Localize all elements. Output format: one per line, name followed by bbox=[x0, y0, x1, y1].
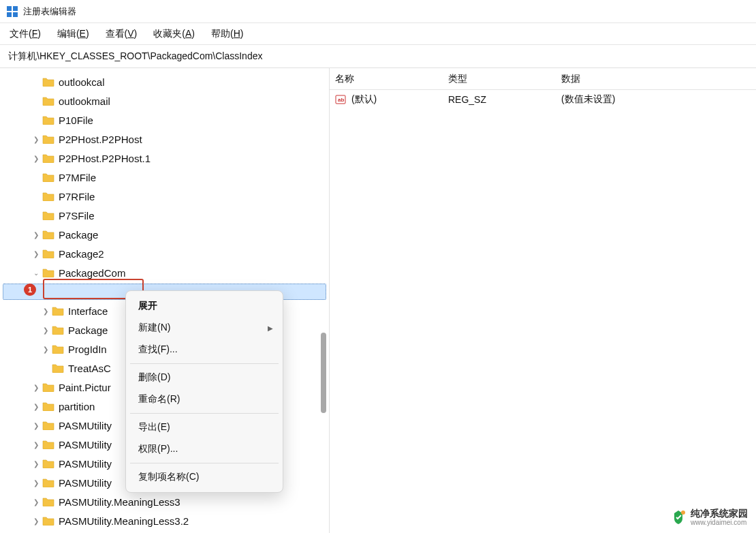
tree-item-label: PASMUtility bbox=[59, 458, 112, 470]
tree-item-label: P2PHost.P2PHost bbox=[59, 134, 142, 145]
context-expand[interactable]: 展开 bbox=[126, 295, 283, 317]
tree-item[interactable]: ⌄PackagedCom bbox=[0, 263, 329, 282]
tree-item-label: partition bbox=[59, 401, 95, 412]
tree-item-label: PASMUtility.MeaningLess3 bbox=[59, 496, 180, 508]
tree-item[interactable]: ❯PASMUtility.MeaningLess3 bbox=[0, 492, 329, 511]
value-row[interactable]: ab (默认) REG_SZ (数值未设置) bbox=[330, 90, 756, 109]
chevron-right-icon[interactable]: ❯ bbox=[31, 230, 41, 239]
chevron-right-icon[interactable]: ❯ bbox=[31, 478, 41, 487]
tree-item[interactable]: outlookmail bbox=[0, 91, 329, 110]
svg-rect-3 bbox=[13, 12, 18, 17]
menu-favorites[interactable]: 收藏夹(A) bbox=[145, 25, 203, 43]
tree-item[interactable]: ❯Package2 bbox=[0, 244, 329, 263]
chevron-right-icon[interactable]: ❯ bbox=[31, 516, 41, 526]
value-name-cell: ab (默认) bbox=[330, 93, 443, 106]
tree-scrollbar-thumb[interactable] bbox=[321, 333, 326, 413]
regedit-app-icon bbox=[7, 6, 18, 17]
tree-item[interactable]: ❯Package bbox=[0, 225, 329, 244]
context-find[interactable]: 查找(F)... bbox=[126, 339, 283, 361]
chevron-right-icon[interactable]: ❯ bbox=[31, 153, 41, 163]
value-data-cell: (数值未设置) bbox=[556, 93, 756, 106]
tree-item-label: PASMUtility.MeaningLess3.2 bbox=[59, 515, 189, 527]
path-bar[interactable]: 计算机\HKEY_CLASSES_ROOT\PackagedCom\ClassI… bbox=[0, 45, 756, 68]
chevron-right-icon[interactable]: ❯ bbox=[31, 440, 41, 449]
tree-item-label: P2PHost.P2PHost.1 bbox=[59, 153, 151, 164]
values-header: 名称 类型 数据 bbox=[330, 68, 756, 90]
chevron-right-icon[interactable]: ❯ bbox=[41, 306, 50, 316]
tree-item-label: outlookcal bbox=[59, 76, 105, 88]
tree-item-label: PackagedCom bbox=[59, 267, 125, 279]
path-text: 计算机\HKEY_CLASSES_ROOT\PackagedCom\ClassI… bbox=[8, 50, 262, 63]
svg-point-6 bbox=[681, 511, 685, 515]
context-permissions[interactable]: 权限(P)... bbox=[126, 438, 283, 460]
folder-icon bbox=[42, 401, 54, 411]
folder-icon bbox=[42, 230, 54, 239]
tree-item-label: Package bbox=[68, 324, 108, 336]
tree-item-label: ProgIdIn bbox=[68, 344, 107, 355]
tree-item-label: Package bbox=[59, 229, 98, 241]
tree-item-label: P7MFile bbox=[59, 172, 96, 183]
tree-item[interactable]: outlookcal bbox=[0, 72, 329, 91]
chevron-right-icon[interactable]: ❯ bbox=[31, 421, 41, 430]
tree-item[interactable]: P7SFile bbox=[0, 206, 329, 225]
window-title: 注册表编辑器 bbox=[23, 5, 76, 18]
menu-edit[interactable]: 编辑(E) bbox=[49, 25, 97, 43]
tree-item-label: outlookmail bbox=[59, 95, 110, 107]
context-new[interactable]: 新建(N)▶ bbox=[126, 317, 283, 339]
svg-rect-0 bbox=[7, 6, 12, 11]
folder-icon bbox=[42, 459, 54, 468]
chevron-right-icon[interactable]: ❯ bbox=[31, 134, 41, 144]
tree-item-label: P7SFile bbox=[59, 210, 95, 222]
tree-item[interactable]: P7RFile bbox=[0, 187, 329, 206]
tree-item[interactable]: ❯P2PHost.P2PHost.1 bbox=[0, 149, 329, 168]
column-data[interactable]: 数据 bbox=[556, 73, 756, 85]
folder-icon bbox=[42, 478, 54, 487]
tree-item[interactable]: P10File bbox=[0, 110, 329, 130]
tree-item[interactable]: P7MFile bbox=[0, 168, 329, 187]
folder-icon bbox=[52, 306, 64, 316]
context-rename[interactable]: 重命名(R) bbox=[126, 389, 283, 410]
context-export[interactable]: 导出(E) bbox=[126, 416, 283, 438]
submenu-arrow-icon: ▶ bbox=[268, 324, 273, 332]
context-copy-key-name[interactable]: 复制项名称(C) bbox=[126, 466, 283, 488]
menu-file[interactable]: 文件(F) bbox=[1, 25, 49, 43]
chevron-right-icon[interactable]: ❯ bbox=[41, 344, 50, 354]
values-panel: 名称 类型 数据 ab (默认) REG_SZ (数值未设置) bbox=[330, 68, 756, 533]
tree-item-label: Interface bbox=[68, 305, 108, 317]
chevron-right-icon[interactable]: ❯ bbox=[31, 249, 41, 258]
folder-icon bbox=[42, 211, 54, 220]
svg-text:ab: ab bbox=[338, 97, 344, 103]
column-type[interactable]: 类型 bbox=[443, 73, 556, 85]
chevron-right-icon[interactable]: ❯ bbox=[31, 382, 41, 392]
chevron-right-icon[interactable]: ❯ bbox=[41, 287, 50, 296]
svg-rect-2 bbox=[7, 12, 12, 17]
folder-icon bbox=[52, 344, 64, 354]
folder-icon bbox=[42, 172, 54, 182]
callout-1: 1 bbox=[24, 284, 36, 296]
chevron-right-icon[interactable]: ❯ bbox=[31, 497, 41, 506]
menu-help[interactable]: 帮助(H) bbox=[203, 25, 251, 43]
context-delete[interactable]: 删除(D) bbox=[126, 367, 283, 389]
column-name[interactable]: 名称 bbox=[330, 73, 443, 85]
tree-item-label: P10File bbox=[59, 115, 93, 126]
chevron-down-icon[interactable]: ⌄ bbox=[31, 268, 41, 277]
tree-item-label: PASMUtility bbox=[59, 420, 112, 431]
folder-icon bbox=[42, 440, 54, 449]
folder-icon bbox=[42, 192, 54, 201]
folder-icon bbox=[42, 382, 54, 392]
folder-icon bbox=[52, 287, 64, 296]
chevron-right-icon[interactable]: ❯ bbox=[31, 459, 41, 468]
tree-item[interactable]: ❯PASMUtility.MeaningLess3.2 bbox=[0, 511, 329, 530]
watermark-text: 纯净系统家园 www.yidaimei.com bbox=[691, 508, 748, 526]
context-separator bbox=[130, 363, 279, 364]
folder-icon bbox=[42, 421, 54, 430]
string-value-icon: ab bbox=[335, 94, 346, 105]
tree-item[interactable]: ❯P2PHost.P2PHost bbox=[0, 130, 329, 149]
tree-item-label: P7RFile bbox=[59, 191, 95, 202]
chevron-right-icon[interactable]: ❯ bbox=[41, 325, 50, 335]
folder-icon bbox=[42, 115, 54, 125]
context-separator bbox=[130, 463, 279, 463]
chevron-right-icon[interactable]: ❯ bbox=[31, 401, 41, 411]
menu-view[interactable]: 查看(V) bbox=[97, 25, 146, 43]
folder-icon bbox=[42, 516, 54, 526]
